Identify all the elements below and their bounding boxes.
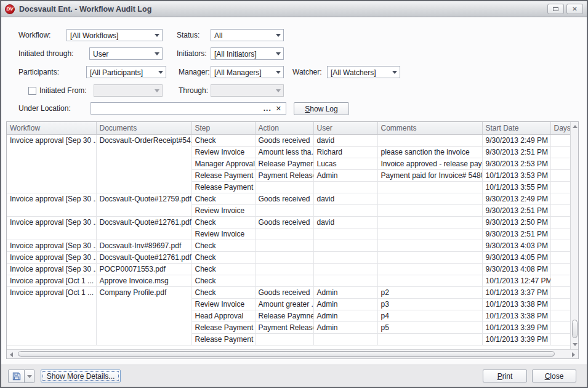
cell-days[interactable] (550, 310, 570, 321)
cell-action[interactable] (255, 181, 313, 193)
cell-document[interactable]: Docsvault-Quote#12761.pdf (96, 251, 191, 263)
browse-ellipsis-button[interactable]: ... (261, 104, 274, 113)
workflow-select[interactable]: [All Workflows] (66, 29, 163, 41)
cell-action[interactable] (255, 263, 313, 275)
print-button[interactable]: Print (483, 370, 527, 382)
cell-user[interactable] (313, 333, 377, 345)
column-header-user[interactable]: User (313, 122, 377, 134)
cell-step[interactable]: Check (191, 193, 255, 204)
cell-action[interactable]: Payment Released (255, 321, 313, 333)
cell-days[interactable] (550, 298, 570, 310)
cell-workflow[interactable]: Invoice approval [Oct 1 ... (7, 275, 96, 286)
cell-workflow[interactable]: Invoice approval [Oct 1 ... (7, 286, 96, 345)
cell-user[interactable]: david (313, 193, 377, 204)
cell-workflow[interactable]: Invoice approval [Sep 30 ... (7, 263, 96, 275)
cell-comments[interactable] (377, 251, 482, 263)
save-dropdown-button[interactable] (25, 370, 34, 383)
cell-document[interactable]: Docsvault-Quote#12759.pdf (96, 193, 191, 216)
cell-days[interactable] (550, 158, 570, 169)
cell-user[interactable]: Admin (313, 286, 377, 298)
cell-user[interactable]: Admin (313, 169, 377, 181)
cell-step[interactable]: Check (191, 251, 255, 263)
cell-step[interactable]: Review Invoice (191, 228, 255, 240)
save-split-button[interactable] (8, 370, 34, 383)
cell-start-date[interactable]: 9/30/2013 2:51 PM (482, 228, 550, 240)
cell-user[interactable] (313, 240, 377, 251)
status-select[interactable]: All (211, 29, 284, 41)
cell-workflow[interactable]: Invoice approval [Sep 30 ... (7, 193, 96, 216)
table-row[interactable]: Invoice approval [Oct 1 ...Company Profi… (7, 286, 570, 298)
scroll-down-button[interactable] (571, 340, 579, 349)
cell-action[interactable]: Amount greater ... (255, 298, 313, 310)
cell-start-date[interactable]: 10/1/2013 12:47 PM (482, 275, 550, 286)
cell-step[interactable]: Release Payment (191, 333, 255, 345)
cell-step[interactable]: Check (191, 240, 255, 251)
cell-action[interactable]: Goods received (255, 286, 313, 298)
save-button[interactable] (8, 370, 25, 383)
cell-document[interactable]: POCP00071553.pdf (96, 263, 191, 275)
cell-comments[interactable]: Invoice approved - release pay... (377, 158, 482, 169)
cell-comments[interactable] (377, 134, 482, 146)
cell-start-date[interactable]: 9/30/2013 4:08 PM (482, 263, 550, 275)
cell-step[interactable]: Check (191, 263, 255, 275)
watcher-select[interactable]: [All Watchers] (327, 66, 400, 78)
cell-comments[interactable] (377, 216, 482, 228)
cell-action[interactable] (255, 240, 313, 251)
cell-user[interactable]: Richard (313, 146, 377, 158)
cell-days[interactable] (550, 251, 570, 263)
under-location-input[interactable]: ... ✕ (91, 102, 286, 115)
cell-days[interactable] (550, 321, 570, 333)
cell-step[interactable]: Release Payment (191, 321, 255, 333)
cell-days[interactable] (550, 263, 570, 275)
cell-action[interactable]: Payment Released (255, 169, 313, 181)
show-more-details-button[interactable]: Show More Details... (41, 370, 121, 382)
cell-action[interactable] (255, 333, 313, 345)
cell-step[interactable]: Release Payment (191, 181, 255, 193)
cell-start-date[interactable]: 10/1/2013 3:39 PM (482, 333, 550, 345)
cell-step[interactable]: Review Invoice (191, 298, 255, 310)
cell-start-date[interactable]: 9/30/2013 2:53 PM (482, 158, 550, 169)
scroll-right-button[interactable] (569, 350, 578, 359)
cell-workflow[interactable]: Invoice approval [Sep 30 ... (7, 134, 96, 193)
cell-days[interactable] (550, 169, 570, 181)
cell-action[interactable]: Amount less tha... (255, 146, 313, 158)
cell-action[interactable]: Release Paymnet (255, 310, 313, 321)
cell-user[interactable]: Admin (313, 310, 377, 321)
initiated-from-checkbox[interactable] (28, 87, 36, 95)
cell-comments[interactable]: p5 (377, 321, 482, 333)
cell-user[interactable] (313, 181, 377, 193)
cell-comments[interactable] (377, 333, 482, 345)
cell-days[interactable] (550, 204, 570, 216)
scroll-up-button[interactable] (571, 122, 579, 131)
cell-step[interactable]: Check (191, 275, 255, 286)
cell-comments[interactable] (377, 181, 482, 193)
cell-action[interactable] (255, 251, 313, 263)
maximize-button[interactable] (547, 4, 564, 14)
cell-comments[interactable] (377, 240, 482, 251)
cell-comments[interactable] (377, 204, 482, 216)
cell-document[interactable]: Approve Invoice.msg (96, 275, 191, 286)
column-header-start-date[interactable]: Start Date (482, 122, 550, 134)
cell-comments[interactable] (377, 228, 482, 240)
cell-start-date[interactable]: 9/30/2013 4:05 PM (482, 251, 550, 263)
column-header-workflow[interactable]: Workflow (7, 122, 96, 134)
cell-comments[interactable] (377, 263, 482, 275)
cell-document[interactable]: Docsvault-OrderReceipt#54... (96, 134, 191, 193)
horizontal-scrollbar[interactable] (7, 349, 578, 358)
cell-start-date[interactable]: 10/1/2013 3:38 PM (482, 298, 550, 310)
cell-comments[interactable]: p4 (377, 310, 482, 321)
cell-days[interactable] (550, 228, 570, 240)
cell-workflow[interactable]: Invoice approval [Sep 30 ... (7, 216, 96, 240)
cell-start-date[interactable]: 10/1/2013 3:37 PM (482, 286, 550, 298)
cell-days[interactable] (550, 216, 570, 228)
cell-step[interactable]: Check (191, 216, 255, 228)
table-row[interactable]: Invoice approval [Sep 30 ...Docsvault-Qu… (7, 251, 570, 263)
show-log-button[interactable]: Show Log (294, 102, 349, 115)
cell-step[interactable]: Review Invoice (191, 204, 255, 216)
table-row[interactable]: Invoice approval [Sep 30 ...POCP00071553… (7, 263, 570, 275)
cell-user[interactable]: david (313, 216, 377, 228)
initiators-select[interactable]: [All Initiators] (211, 47, 284, 60)
cell-comments[interactable]: Payment paid for Invoice# 54805 (377, 169, 482, 181)
cell-action[interactable]: Release Payment (255, 158, 313, 169)
cell-start-date[interactable]: 9/30/2013 2:49 PM (482, 134, 550, 146)
